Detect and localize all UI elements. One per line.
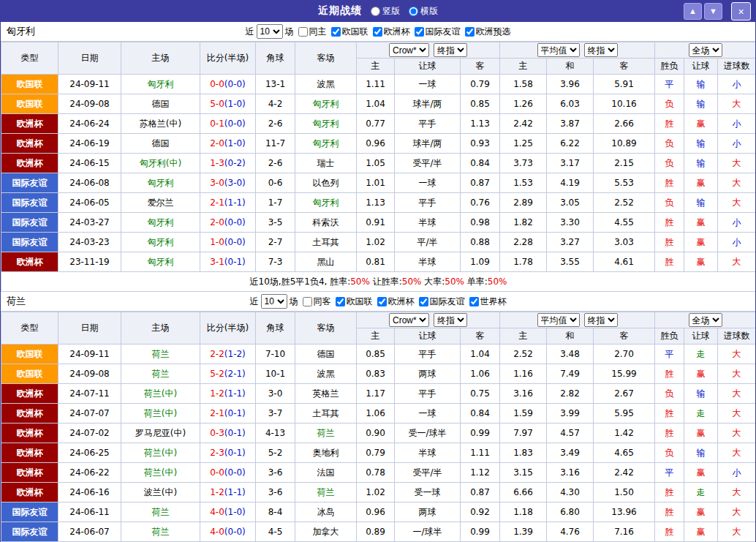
result-outcome: 胜 [655,173,684,193]
home-team: 匈牙利 [121,173,200,193]
scope-select[interactable]: 全场 [689,313,722,327]
match-date: 24-07-02 [58,424,121,443]
recent-results-window: 近期战绩 竖版 横版 ▲ ▼ × 匈牙利近10场同主欧国联欧洲杯国际友谊欧洲预选… [0,0,756,542]
avg-away: 10.89 [594,134,655,154]
fulltime-score: 2-1 [210,197,224,208]
result-outcome: 负 [655,134,684,154]
odds1-handicap: 两球 [395,503,461,522]
fulltime-score: 1-2 [210,388,224,399]
horizontal-layout-radio[interactable] [409,7,418,16]
close-button[interactable]: × [731,2,751,20]
odds1-home: 0.91 [357,213,395,233]
corner-count: 3-0 [256,384,295,404]
match-row: 国际友谊24-03-23匈牙利1-0(0-0)2-7土耳其1.02平/半0.88… [1,233,756,252]
recent-count-select[interactable]: 10 [261,294,287,309]
competition-checkbox[interactable] [336,297,345,306]
result-outcome: 胜 [655,213,684,233]
odds-source-select[interactable]: Crow* [389,43,429,57]
odds1-home: 0.79 [357,443,395,463]
odds1-home: 0.77 [357,114,395,134]
venue-filter[interactable]: 同客 [303,296,331,308]
halftime-score: (0-0) [224,79,246,89]
result-outcome: 负 [655,154,684,173]
venue-filter[interactable]: 同主 [298,26,327,38]
competition-filter-label: 世界杯 [480,296,507,308]
match-row: 欧洲杯24-07-07荷兰(中)2-1(0-1)3-7土耳其1.06一球0.84… [1,404,756,424]
result-handicap: 赢 [684,252,718,272]
competition-checkbox[interactable] [419,297,428,306]
avg-stage-select[interactable]: 终指 [584,313,618,327]
scroll-up-button[interactable]: ▲ [684,3,702,20]
league-badge: 国际友谊 [1,522,58,542]
avg-stage-select[interactable]: 终指 [584,43,618,57]
corner-count: 11-7 [256,134,295,154]
league-badge: 欧洲杯 [1,463,58,483]
competition-checkbox[interactable] [465,27,475,37]
fulltime-score: 2-2 [210,349,224,359]
fulltime-score: 1-3 [210,158,224,168]
match-date: 24-03-27 [58,213,121,233]
competition-checkbox[interactable] [373,27,382,37]
avg-draw: 4.30 [547,483,594,503]
competition-filter[interactable]: 欧国联 [331,26,368,38]
competition-filter[interactable]: 欧洲杯 [377,296,415,308]
competition-checkbox[interactable] [469,297,479,306]
fulltime-score: 2-1 [210,408,224,418]
competition-filter[interactable]: 欧洲杯 [373,26,410,38]
competition-filter[interactable]: 世界杯 [469,296,507,308]
layout-horizontal-option[interactable]: 横版 [409,5,438,18]
odds1-home: 1.04 [357,94,395,114]
competition-filter[interactable]: 欧洲预选 [465,26,511,38]
scope-select[interactable]: 全场 [689,43,722,57]
odds-stage-select[interactable]: 终指 [434,43,467,57]
result-outcome: 胜 [655,252,684,272]
home-team: 匈牙利(中) [121,154,200,173]
odds1-handicap: 平手 [395,193,461,213]
horizontal-layout-label: 横版 [420,5,438,18]
result-handicap: 赢 [684,173,718,193]
col-subheader-result-goals: 进球数 [718,59,756,75]
vertical-layout-label: 竖版 [382,5,400,18]
venue-checkbox[interactable] [303,297,312,306]
vertical-layout-radio[interactable] [371,7,380,16]
competition-filter-label: 欧国联 [347,296,373,308]
odds1-handicap: 平手 [395,114,461,134]
odds-source-select[interactable]: Crow* [389,313,429,327]
competition-checkbox[interactable] [331,27,341,37]
competition-checkbox[interactable] [377,297,387,306]
col-subheader-result-goals: 进球数 [718,328,756,345]
competition-filter[interactable]: 欧国联 [336,296,373,308]
result-handicap: 赢 [684,213,718,233]
avg-source-select[interactable]: 平均值 [537,313,580,327]
result-handicap: 赢 [684,364,718,384]
avg-home: 7.97 [500,424,547,443]
avg-away: 5.95 [594,404,655,424]
summary-segment: 50% [350,276,370,287]
odds1-home: 1.01 [357,173,395,193]
home-team: 荷兰(中) [121,384,200,404]
home-team: 荷兰 [121,503,200,522]
match-row: 欧洲杯24-07-02罗马尼亚(中)0-3(0-1)4-13荷兰0.90受一/球… [1,424,756,443]
scroll-down-button[interactable]: ▼ [704,3,722,20]
odds1-home: 0.90 [357,424,395,443]
avg-away: 2.70 [594,345,655,364]
venue-checkbox[interactable] [298,27,308,37]
summary-segment: 单率: [464,276,488,287]
avg-source-select[interactable]: 平均值 [537,43,580,57]
avg-draw: 4.19 [547,173,594,193]
odds-group-header: Crow*终指 [357,312,500,328]
recent-count-select[interactable]: 10 [257,24,283,39]
competition-filter[interactable]: 国际友谊 [415,26,461,38]
titlebar-buttons: ▲ ▼ × [681,2,751,20]
match-date: 24-06-08 [58,173,121,193]
home-team: 荷兰(中) [121,443,200,463]
layout-vertical-option[interactable]: 竖版 [371,5,400,18]
odds-stage-select[interactable]: 终指 [434,313,467,327]
competition-checkbox[interactable] [415,27,424,37]
result-goals: 小 [718,233,756,252]
result-goals: 大 [718,483,756,503]
summary-segment: 50% [445,276,464,287]
match-row: 国际友谊24-06-07荷兰4-0(0-0)4-5加拿大0.89一/球半0.99… [1,522,756,542]
competition-filter[interactable]: 国际友谊 [419,296,465,308]
fulltime-score: 0-0 [210,79,224,89]
